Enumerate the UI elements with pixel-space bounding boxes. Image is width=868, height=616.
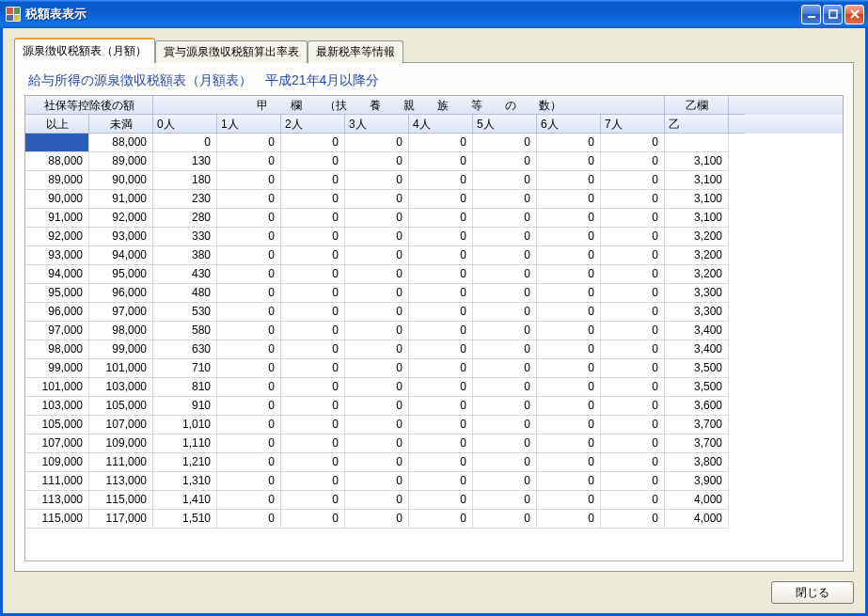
cell-miman[interactable]: 107,000: [89, 416, 153, 434]
cell-p0[interactable]: 580: [153, 322, 217, 340]
cell-p3[interactable]: 0: [345, 190, 409, 209]
cell-p6[interactable]: 0: [537, 171, 601, 190]
cell-miman[interactable]: 103,000: [89, 378, 153, 397]
tab-monthly-table[interactable]: 源泉徴収税額表（月額）: [14, 38, 155, 63]
cell-miman[interactable]: 99,000: [89, 340, 153, 359]
cell-p0[interactable]: 130: [153, 152, 217, 171]
cell-p4[interactable]: 0: [409, 303, 473, 322]
cell-otsu[interactable]: 3,400: [665, 340, 729, 359]
table-row[interactable]: 97,00098,00058000000003,400: [25, 322, 843, 340]
cell-p1[interactable]: 0: [217, 209, 281, 228]
cell-miman[interactable]: 105,000: [89, 397, 153, 416]
cell-p2[interactable]: 0: [281, 265, 345, 284]
cell-p5[interactable]: 0: [473, 322, 537, 340]
col-header-6nin[interactable]: 6人: [537, 115, 601, 134]
tab-bonus-rate-table[interactable]: 賞与源泉徴収税額算出率表: [155, 40, 308, 63]
cell-otsu[interactable]: 3,600: [665, 397, 729, 416]
cell-ijo[interactable]: 103,000: [25, 397, 89, 416]
cell-p3[interactable]: 0: [345, 152, 409, 171]
cell-p7[interactable]: 0: [601, 510, 665, 529]
cell-p0[interactable]: 230: [153, 190, 217, 209]
cell-p5[interactable]: 0: [473, 246, 537, 265]
table-row[interactable]: 88,00000000000: [25, 134, 843, 152]
cell-p7[interactable]: 0: [601, 453, 665, 472]
cell-otsu[interactable]: 3,100: [665, 171, 729, 190]
cell-p5[interactable]: 0: [473, 472, 537, 491]
cell-p3[interactable]: 0: [345, 134, 409, 152]
cell-p3[interactable]: 0: [345, 209, 409, 228]
cell-p1[interactable]: 0: [217, 359, 281, 378]
cell-p3[interactable]: 0: [345, 510, 409, 529]
cell-p1[interactable]: 0: [217, 491, 281, 510]
cell-p3[interactable]: 0: [345, 284, 409, 303]
table-row[interactable]: 113,000115,0001,41000000004,000: [25, 491, 843, 510]
cell-p7[interactable]: 0: [601, 340, 665, 359]
cell-otsu[interactable]: 3,700: [665, 434, 729, 453]
cell-otsu[interactable]: 4,000: [665, 491, 729, 510]
cell-p1[interactable]: 0: [217, 453, 281, 472]
close-button[interactable]: 閉じる: [771, 581, 854, 604]
cell-p6[interactable]: 0: [537, 152, 601, 171]
cell-p2[interactable]: 0: [281, 340, 345, 359]
cell-p5[interactable]: 0: [473, 491, 537, 510]
cell-miman[interactable]: 88,000: [89, 134, 153, 152]
cell-p1[interactable]: 0: [217, 416, 281, 434]
cell-ijo[interactable]: [25, 134, 89, 152]
cell-ijo[interactable]: 107,000: [25, 434, 89, 453]
cell-p4[interactable]: 0: [409, 397, 473, 416]
cell-p7[interactable]: 0: [601, 228, 665, 246]
col-header-ijo[interactable]: 以上: [25, 115, 89, 134]
cell-p1[interactable]: 0: [217, 434, 281, 453]
cell-otsu[interactable]: 4,000: [665, 510, 729, 529]
cell-p2[interactable]: 0: [281, 416, 345, 434]
cell-otsu[interactable]: [665, 134, 729, 152]
table-row[interactable]: 89,00090,00018000000003,100: [25, 171, 843, 190]
cell-p3[interactable]: 0: [345, 228, 409, 246]
table-row[interactable]: 99,000101,00071000000003,500: [25, 359, 843, 378]
cell-p7[interactable]: 0: [601, 378, 665, 397]
table-row[interactable]: 115,000117,0001,51000000004,000: [25, 510, 843, 529]
cell-p4[interactable]: 0: [409, 246, 473, 265]
cell-ijo[interactable]: 94,000: [25, 265, 89, 284]
cell-ijo[interactable]: 98,000: [25, 340, 89, 359]
cell-p5[interactable]: 0: [473, 510, 537, 529]
cell-p1[interactable]: 0: [217, 284, 281, 303]
cell-p7[interactable]: 0: [601, 397, 665, 416]
cell-miman[interactable]: 89,000: [89, 152, 153, 171]
cell-p5[interactable]: 0: [473, 416, 537, 434]
cell-p5[interactable]: 0: [473, 284, 537, 303]
cell-p5[interactable]: 0: [473, 190, 537, 209]
cell-p4[interactable]: 0: [409, 491, 473, 510]
cell-p0[interactable]: 1,510: [153, 510, 217, 529]
cell-p0[interactable]: 530: [153, 303, 217, 322]
cell-p4[interactable]: 0: [409, 416, 473, 434]
cell-p0[interactable]: 910: [153, 397, 217, 416]
cell-ijo[interactable]: 101,000: [25, 378, 89, 397]
cell-p0[interactable]: 480: [153, 284, 217, 303]
cell-p6[interactable]: 0: [537, 209, 601, 228]
cell-p5[interactable]: 0: [473, 171, 537, 190]
cell-p7[interactable]: 0: [601, 246, 665, 265]
cell-p7[interactable]: 0: [601, 265, 665, 284]
cell-p3[interactable]: 0: [345, 472, 409, 491]
cell-miman[interactable]: 95,000: [89, 265, 153, 284]
cell-miman[interactable]: 97,000: [89, 303, 153, 322]
cell-p5[interactable]: 0: [473, 265, 537, 284]
cell-p7[interactable]: 0: [601, 472, 665, 491]
cell-miman[interactable]: 94,000: [89, 246, 153, 265]
cell-p4[interactable]: 0: [409, 378, 473, 397]
cell-p0[interactable]: 180: [153, 171, 217, 190]
cell-ijo[interactable]: 93,000: [25, 246, 89, 265]
cell-miman[interactable]: 91,000: [89, 190, 153, 209]
cell-p3[interactable]: 0: [345, 303, 409, 322]
cell-p2[interactable]: 0: [281, 171, 345, 190]
table-row[interactable]: 94,00095,00043000000003,200: [25, 265, 843, 284]
cell-p7[interactable]: 0: [601, 284, 665, 303]
cell-p6[interactable]: 0: [537, 284, 601, 303]
cell-p2[interactable]: 0: [281, 322, 345, 340]
table-row[interactable]: 88,00089,00013000000003,100: [25, 152, 843, 171]
cell-p3[interactable]: 0: [345, 340, 409, 359]
col-header-otsu-span[interactable]: 乙欄: [665, 96, 729, 115]
cell-p4[interactable]: 0: [409, 228, 473, 246]
cell-p4[interactable]: 0: [409, 171, 473, 190]
